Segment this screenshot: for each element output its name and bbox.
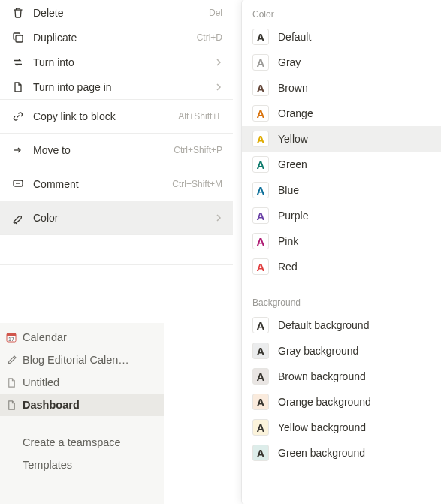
chevron-right-icon [215, 214, 222, 222]
menu-item-turn-into-page[interactable]: Turn into page in [0, 74, 233, 99]
swatch-icon: A [252, 54, 269, 71]
color-label: Red [278, 261, 298, 273]
sidebar-item-label: Dashboard [23, 399, 158, 411]
shortcut-hint: Del [209, 8, 222, 18]
menu-item-color[interactable]: Color [0, 201, 233, 234]
bg-option-default[interactable]: A Default background [242, 312, 441, 338]
color-option-pink[interactable]: A Pink [242, 228, 441, 254]
swatch-icon: A [252, 394, 269, 410]
bg-option-brown[interactable]: A Brown background [242, 364, 441, 389]
menu-item-label: Move to [33, 144, 174, 156]
swatch-icon: A [252, 29, 269, 45]
color-label: Brown background [278, 370, 366, 382]
bg-option-gray[interactable]: A Gray background [242, 338, 441, 364]
menu-item-delete[interactable]: Delete Del [0, 0, 233, 25]
section-title-color: Color [242, 5, 441, 24]
calendar-icon: 17 [3, 329, 20, 346]
menu-item-copy-link[interactable]: Copy link to block Alt+Shift+L [0, 100, 233, 133]
sidebar-item-untitled[interactable]: Untitled [0, 371, 164, 394]
color-icon [11, 210, 26, 225]
color-option-orange[interactable]: A Orange [242, 101, 441, 126]
color-label: Blue [278, 184, 299, 196]
svg-rect-3 [7, 333, 16, 336]
page-icon [3, 374, 20, 391]
color-label: Yellow [278, 133, 308, 145]
color-option-purple[interactable]: A Purple [242, 203, 441, 228]
svg-text:17: 17 [8, 337, 14, 342]
chevron-right-icon [215, 83, 222, 91]
sidebar-item-label: Blog Editorial Calen… [23, 354, 158, 366]
swatch-icon: A [252, 343, 269, 359]
color-label: Green [278, 158, 307, 171]
menu-item-comment[interactable]: Comment Ctrl+Shift+M [0, 167, 233, 201]
menu-item-duplicate[interactable]: Duplicate Ctrl+D [0, 25, 233, 50]
color-option-red[interactable]: A Red [242, 254, 441, 279]
sidebar-item-label: Calendar [23, 331, 158, 343]
color-option-default[interactable]: A Default [242, 24, 441, 50]
color-label: Orange [278, 107, 313, 119]
duplicate-icon [11, 30, 26, 45]
swatch-icon: A [252, 445, 269, 461]
page-icon [3, 397, 20, 413]
swatch-icon: A [252, 317, 269, 333]
pencil-icon [3, 352, 20, 368]
menu-item-label: Turn into [33, 56, 215, 68]
sidebar-item-label: Create a teamspace [23, 436, 158, 448]
block-context-menu: Delete Del Duplicate Ctrl+D Turn into Tu… [0, 0, 233, 265]
color-option-yellow[interactable]: A Yellow [242, 126, 441, 152]
shortcut-hint: Alt+Shift+L [178, 111, 222, 122]
menu-item-label: Copy link to block [33, 110, 178, 122]
bg-option-orange[interactable]: A Orange background [242, 389, 441, 415]
sidebar-item-dashboard[interactable]: Dashboard [0, 394, 164, 416]
swatch-icon: A [252, 419, 269, 436]
menu-item-label: Color [33, 212, 215, 224]
swatch-icon: A [252, 233, 269, 249]
shortcut-hint: Ctrl+D [197, 32, 222, 43]
swatch-icon: A [252, 258, 269, 275]
color-label: Brown [278, 82, 308, 94]
menu-item-turn-into[interactable]: Turn into [0, 50, 233, 74]
section-title-background: Background [242, 293, 441, 312]
swatch-icon: A [252, 80, 269, 96]
color-submenu: Color A Default A Gray A Brown A Orange … [242, 0, 441, 504]
bg-option-yellow[interactable]: A Yellow background [242, 415, 441, 440]
color-label: Gray [278, 56, 301, 68]
swatch-icon: A [252, 207, 269, 224]
menu-item-label: Delete [33, 7, 209, 19]
sidebar-item-blog-editorial[interactable]: Blog Editorial Calen… [0, 349, 164, 371]
menu-item-move-to[interactable]: Move to Ctrl+Shift+P [0, 134, 233, 167]
page-icon [11, 80, 26, 95]
link-icon [11, 109, 26, 124]
shortcut-hint: Ctrl+Shift+M [172, 179, 222, 189]
sidebar: 17 Calendar Blog Editorial Calen… Untitl… [0, 323, 164, 504]
bg-option-green[interactable]: A Green background [242, 440, 441, 466]
swatch-icon: A [252, 182, 269, 198]
color-label: Purple [278, 210, 308, 222]
color-label: Gray background [278, 345, 358, 357]
sidebar-templates[interactable]: Templates [0, 454, 164, 476]
color-option-green[interactable]: A Green [242, 152, 441, 177]
color-label: Green background [278, 447, 365, 459]
menu-item-label: Turn into page in [33, 81, 215, 93]
color-label: Orange background [278, 396, 371, 408]
trash-icon [11, 5, 26, 20]
color-label: Default [278, 31, 311, 43]
menu-item-label: Duplicate [33, 32, 197, 44]
menu-item-label: Comment [33, 178, 172, 190]
sidebar-item-label: Untitled [23, 376, 158, 388]
sidebar-item-calendar[interactable]: 17 Calendar [0, 326, 164, 349]
swatch-icon: A [252, 105, 269, 122]
chevron-right-icon [215, 59, 222, 66]
swatch-icon: A [252, 156, 269, 173]
svg-rect-0 [16, 35, 23, 42]
turn-into-icon [11, 55, 26, 70]
color-option-gray[interactable]: A Gray [242, 50, 441, 75]
swatch-icon: A [252, 131, 269, 147]
color-option-blue[interactable]: A Blue [242, 177, 441, 203]
comment-icon [11, 177, 26, 192]
sidebar-create-teamspace[interactable]: Create a teamspace [0, 431, 164, 454]
color-label: Yellow background [278, 421, 366, 433]
move-to-icon [11, 143, 26, 158]
color-option-brown[interactable]: A Brown [242, 75, 441, 101]
menu-spacer [0, 235, 233, 265]
